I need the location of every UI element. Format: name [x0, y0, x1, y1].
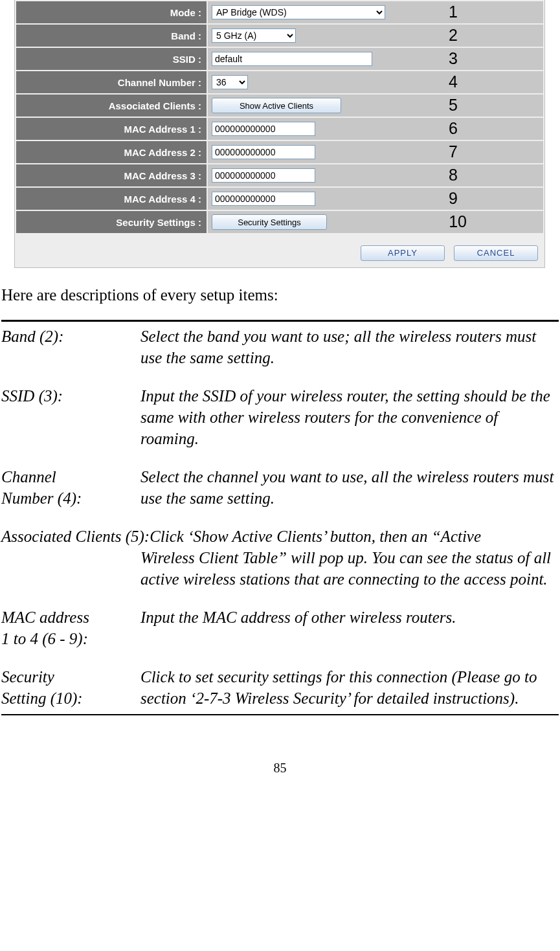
term-ssid: SSID (3):: [1, 385, 140, 449]
row-number-3: 3: [449, 49, 458, 68]
row-number-4: 4: [449, 73, 458, 91]
def-associated-rest: Wireless Client Table” will pop up. You …: [1, 547, 559, 590]
label-band: Band :: [16, 24, 207, 47]
term-def-associated-line1: Associated Clients (5):Click ‘Show Activ…: [1, 526, 559, 547]
footer-buttons: APPLY CANCEL: [15, 234, 544, 267]
label-mode: Mode :: [16, 1, 207, 24]
mac-address-1-input[interactable]: [212, 122, 315, 136]
term-mac: MAC address 1 to 4 (6 - 9):: [1, 607, 140, 649]
label-channel: Channel Number :: [16, 71, 207, 94]
label-ssid: SSID :: [16, 47, 207, 71]
mode-select[interactable]: AP Bridge (WDS): [212, 5, 385, 19]
label-mac1: MAC Address 1 :: [16, 117, 207, 140]
row-number-10: 10: [449, 212, 467, 231]
term-band: Band (2):: [1, 326, 140, 368]
page-number: 85: [0, 761, 560, 776]
apply-button[interactable]: APPLY: [361, 245, 445, 261]
label-mac3: MAC Address 3 :: [16, 164, 207, 187]
row-number-2: 2: [449, 26, 458, 45]
row-number-6: 6: [449, 119, 458, 138]
label-mac4: MAC Address 4 :: [16, 187, 207, 210]
label-security: Security Settings :: [16, 210, 207, 234]
label-mac2: MAC Address 2 :: [16, 140, 207, 164]
show-active-clients-button[interactable]: Show Active Clients: [212, 98, 341, 113]
mac-address-2-input[interactable]: [212, 145, 315, 159]
mac-address-4-input[interactable]: [212, 192, 315, 206]
ssid-input[interactable]: [212, 52, 372, 66]
label-associated: Associated Clients :: [16, 94, 207, 117]
def-channel: Select the channel you want to use, all …: [140, 466, 559, 509]
descriptions-block: Band (2): Select the band you want to us…: [1, 320, 559, 715]
def-mac: Input the MAC address of other wireless …: [140, 607, 559, 649]
channel-select[interactable]: 36: [212, 75, 248, 89]
term-channel: Channel Number (4):: [1, 466, 140, 509]
intro-text: Here are descriptions of every setup ite…: [1, 286, 560, 304]
row-number-7: 7: [449, 142, 458, 161]
row-number-9: 9: [449, 189, 458, 208]
row-number-8: 8: [449, 166, 458, 185]
security-settings-button[interactable]: Security Settings: [212, 214, 327, 230]
row-number-1: 1: [449, 3, 458, 21]
term-security: Security Setting (10):: [1, 666, 140, 709]
mac-address-3-input[interactable]: [212, 168, 315, 183]
cancel-button[interactable]: CANCEL: [454, 245, 538, 261]
router-config-screenshot: Mode : AP Bridge (WDS) 1 Band : 5 GHz (A…: [14, 0, 545, 268]
def-band: Select the band you want to use; all the…: [140, 326, 559, 368]
def-security: Click to set security settings for this …: [140, 666, 559, 709]
row-number-5: 5: [449, 96, 458, 115]
def-ssid: Input the SSID of your wireless router, …: [140, 385, 559, 449]
config-table: Mode : AP Bridge (WDS) 1 Band : 5 GHz (A…: [15, 0, 544, 234]
band-select[interactable]: 5 GHz (A): [212, 28, 296, 43]
